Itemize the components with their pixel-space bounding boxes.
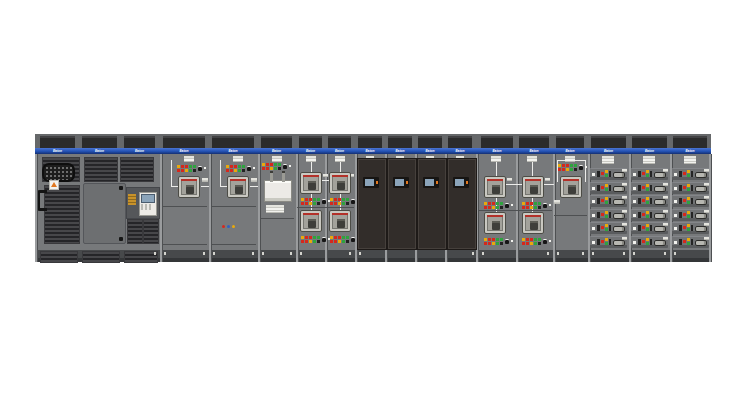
bucket-label-tag [663,183,668,186]
led-amber-icon [605,170,608,173]
louver-panel [84,157,118,182]
led-green-icon [646,242,649,245]
led-amber-icon [301,236,304,239]
pilot-light-amber [232,225,235,228]
led-amber-icon [530,242,533,245]
hinge-dot-icon [582,252,584,255]
nameplate-tag [335,156,345,162]
circuit-breaker [484,176,506,198]
led-red-icon [330,240,333,243]
selector-switch [579,165,583,170]
led-red-icon [266,163,269,166]
led-red-icon [522,206,525,209]
dark-door [357,158,387,250]
led-green-icon [496,238,499,241]
hinge-dot-icon [664,252,666,255]
hinge-dot-icon [592,252,594,255]
led-red-icon [601,172,604,175]
mimic-line [532,162,533,176]
breaker-red-stripe [332,175,348,177]
roof-vent-icon [328,136,351,148]
led-green-icon [346,236,349,239]
panel-frame [709,154,712,262]
unit-lamp-white-icon [674,214,677,217]
indicator-cluster [262,163,288,171]
led-dark-icon [193,169,196,172]
section-incoming-cabinet [35,154,160,250]
unit-block [679,225,682,231]
unit-lamp-white-icon [674,227,677,230]
indicator-cluster [522,202,548,210]
bucket-label-tag [622,169,627,172]
bucket-label-tag [704,196,709,199]
unit-lamp-white-icon [633,227,636,230]
unit-block [609,171,611,177]
led-amber-icon [226,165,229,168]
led-dark-icon [346,202,349,205]
led-amber-icon [687,211,690,214]
led-green-icon [342,240,345,243]
led-green-icon [278,163,281,166]
selector-switch [322,199,326,204]
led-amber-icon [270,167,273,170]
led-amber-icon [687,224,690,227]
unit-lamp-white-icon [674,173,677,176]
pilot-light-red [222,225,225,228]
circuit-breaker [329,172,351,194]
roof-vent-icon [556,136,584,148]
circuit-breaker [300,172,322,194]
bucket-label-tag [663,210,668,213]
roof-vent-icon [519,136,549,148]
led-amber-icon [687,184,690,187]
unit-lamp-white-icon [674,200,677,203]
mimic-line [311,162,312,172]
status-led-orange-icon [466,181,468,184]
bucket-label-tag [704,183,709,186]
brand-logo-icon: Eaton [452,149,467,152]
led-red-icon [484,206,487,209]
led-amber-icon [558,164,561,167]
unit-block [597,239,600,245]
led-amber-icon [605,184,608,187]
indicator-cluster [301,198,327,206]
dark-door [447,158,477,250]
hinge-dot-icon [633,252,635,255]
roof-vent-icon [82,136,117,148]
mcc-bucket [672,182,709,194]
roof-vent-icon [448,136,472,148]
led-red-icon [338,198,341,201]
brand-logo-icon: Eaton [171,149,196,152]
mimic-line [496,162,497,176]
lineup: EatonEatonEatonEatonEatonEatonEatonEaton… [35,134,711,262]
led-green-icon [274,163,277,166]
indicator-cluster [226,165,252,173]
nameplate-tag [527,156,537,162]
led-red-icon [177,169,180,172]
unit-lamp-white-icon [592,214,595,217]
led-red-icon [181,165,184,168]
hmi-display [453,177,469,188]
bucket-handle [654,199,666,205]
selector-switch [198,166,202,171]
mimic-line [340,162,341,172]
unit-block [609,239,611,245]
roof-vent-icon [481,136,513,148]
breaker-window [530,185,538,194]
led-amber-icon [646,224,649,227]
unit-lamp-white-icon [633,200,636,203]
led-green-icon [605,228,608,231]
roof-band [35,134,711,148]
mcc-bucket [590,195,627,207]
led-green-icon [317,198,320,201]
nameplate-tag [545,178,550,181]
led-green-icon [342,236,345,239]
mcc-bucket [672,209,709,221]
led-dark-icon [574,168,577,171]
mcc-bucket [590,209,627,221]
led-amber-icon [605,238,608,241]
brand-logo-icon: Eaton [422,149,437,152]
led-amber-icon [492,242,495,245]
bucket-handle [695,199,707,205]
brand-logo-icon: Eaton [47,149,68,152]
amber-label [128,194,136,205]
